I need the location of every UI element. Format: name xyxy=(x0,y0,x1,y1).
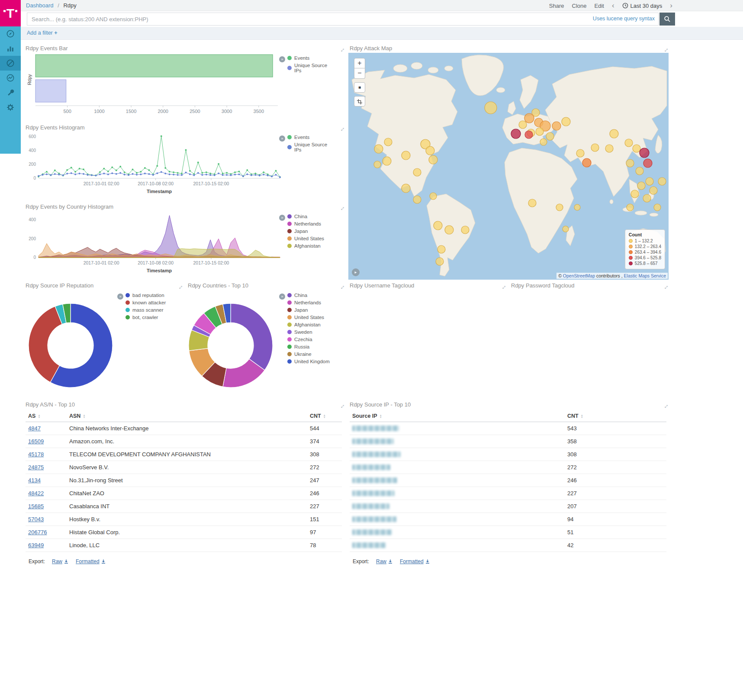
legend-item[interactable]: United States xyxy=(287,315,339,320)
attack-map-point[interactable] xyxy=(640,148,649,158)
donut-slice[interactable] xyxy=(231,303,273,370)
attack-map-point[interactable] xyxy=(605,145,613,152)
as-number-link[interactable]: 206776 xyxy=(28,529,47,535)
column-header[interactable]: CNT▲▼ xyxy=(565,410,666,422)
legend-item[interactable]: Afghanistan xyxy=(287,243,335,248)
as-number-link[interactable]: 63949 xyxy=(28,542,44,548)
attack-map-point[interactable] xyxy=(654,204,661,211)
attack-map-point[interactable] xyxy=(485,102,497,114)
attack-map-point[interactable] xyxy=(643,194,651,202)
legend-toggle[interactable]: » xyxy=(279,215,285,221)
sort-icon[interactable]: ▲▼ xyxy=(38,414,40,419)
time-picker-button[interactable]: Last 30 days xyxy=(622,3,663,9)
breadcrumb-dashboard-link[interactable]: Dashboard xyxy=(26,2,54,9)
attack-map-point[interactable] xyxy=(402,151,410,160)
attack-map-point[interactable] xyxy=(540,139,547,145)
as-number-link[interactable]: 48422 xyxy=(28,490,44,497)
sidebar-item-dev-tools[interactable] xyxy=(0,85,21,100)
zoom-out-button[interactable]: − xyxy=(354,68,365,79)
expand-icon[interactable]: ↔ xyxy=(661,45,670,54)
attack-map-point[interactable] xyxy=(562,117,570,126)
attack-map-point[interactable] xyxy=(402,184,410,193)
sort-icon[interactable]: ▲▼ xyxy=(581,414,583,419)
legend-item[interactable]: China xyxy=(287,214,335,219)
osm-link[interactable]: OpenStreetMap xyxy=(563,273,595,278)
attack-map-point[interactable] xyxy=(563,226,569,232)
attack-map-point[interactable] xyxy=(643,159,652,168)
attack-map-point[interactable] xyxy=(552,122,561,130)
attack-map-point[interactable] xyxy=(445,226,454,234)
attack-map-point[interactable] xyxy=(413,168,421,176)
as-number-link[interactable]: 15685 xyxy=(28,503,44,510)
attack-map-point[interactable] xyxy=(437,245,445,253)
zoom-in-button[interactable]: + xyxy=(354,58,365,68)
attack-map-point[interactable] xyxy=(383,157,391,165)
attack-map-point[interactable] xyxy=(524,113,534,123)
as-number-link[interactable]: 45178 xyxy=(28,451,44,458)
attack-map-point[interactable] xyxy=(582,158,591,167)
attack-map-point[interactable] xyxy=(633,145,640,152)
sidebar-item-visualize[interactable] xyxy=(0,41,21,56)
as-number-link[interactable]: 16509 xyxy=(28,438,44,445)
search-input[interactable] xyxy=(27,13,659,26)
legend-item[interactable]: Japan xyxy=(287,307,339,313)
legend-item[interactable]: Unique Source IPs xyxy=(287,142,335,152)
sidebar-item-timelion[interactable] xyxy=(0,71,21,85)
time-forward-button[interactable]: › xyxy=(670,0,672,11)
attack-map-panel[interactable]: + − ■ Count 1 – 132.2132.2 – 263.4263.4 … xyxy=(348,53,669,280)
attack-map-point[interactable] xyxy=(374,145,383,153)
expand-icon[interactable]: ↔ xyxy=(337,45,346,54)
column-header[interactable]: AS▲▼ xyxy=(26,410,67,422)
expand-icon[interactable]: ↔ xyxy=(661,401,670,410)
fit-extent-button[interactable]: ■ xyxy=(354,82,365,93)
edit-button[interactable]: Edit xyxy=(595,3,604,9)
as-number-link[interactable]: 57043 xyxy=(28,516,44,523)
attack-map-point[interactable] xyxy=(413,196,421,203)
attack-map-point[interactable] xyxy=(646,177,653,185)
as-number-link[interactable]: 4847 xyxy=(28,425,41,432)
legend-toggle[interactable]: » xyxy=(279,56,285,62)
legend-item[interactable]: Events xyxy=(287,55,335,61)
attack-map-point[interactable] xyxy=(519,121,527,129)
attack-map-point[interactable] xyxy=(511,129,521,139)
attack-map-point[interactable] xyxy=(430,193,437,200)
draw-filter-button[interactable] xyxy=(354,96,365,106)
column-header[interactable]: CNT▲▼ xyxy=(307,410,342,422)
lucene-syntax-link[interactable]: Uses lucene query syntax xyxy=(581,16,655,22)
expand-icon[interactable]: ↔ xyxy=(661,282,670,291)
export-formatted-link[interactable]: Formatted xyxy=(400,558,430,565)
as-number-link[interactable]: 4134 xyxy=(28,477,41,484)
tmobile-logo[interactable]: T xyxy=(0,0,21,26)
legend-item[interactable]: known attacker xyxy=(125,300,177,305)
expand-icon[interactable]: ↔ xyxy=(337,203,346,212)
attack-map-point[interactable] xyxy=(626,159,634,167)
legend-item[interactable]: Ukraine xyxy=(287,352,339,357)
attack-map-point[interactable] xyxy=(434,221,442,230)
expand-icon[interactable]: ↔ xyxy=(337,124,346,133)
expand-icon[interactable]: ↔ xyxy=(337,282,346,291)
legend-item[interactable]: China xyxy=(287,293,339,298)
export-formatted-link[interactable]: Formatted xyxy=(76,558,106,565)
sort-icon[interactable]: ▲▼ xyxy=(323,414,326,419)
legend-item[interactable]: Japan xyxy=(287,229,335,234)
legend-toggle[interactable]: » xyxy=(279,294,285,300)
legend-item[interactable]: Czechia xyxy=(287,337,339,342)
expand-icon[interactable]: ↔ xyxy=(499,282,508,291)
expand-icon[interactable]: ↔ xyxy=(175,282,184,291)
attack-map-point[interactable] xyxy=(610,129,618,138)
column-header[interactable]: Source IP▲▼ xyxy=(350,410,565,422)
legend-item[interactable]: mass scanner xyxy=(125,307,177,313)
expand-icon[interactable]: ↔ xyxy=(337,401,346,410)
legend-item[interactable]: Afghanistan xyxy=(287,322,339,327)
time-back-button[interactable]: ‹ xyxy=(612,0,614,11)
attack-map-point[interactable] xyxy=(384,138,392,146)
legend-item[interactable]: Russia xyxy=(287,344,339,349)
ems-link[interactable]: Elastic Maps Service xyxy=(624,273,666,278)
legend-item[interactable]: Netherlands xyxy=(287,221,335,226)
attack-map-point[interactable] xyxy=(591,144,599,152)
legend-item[interactable]: bot, crawler xyxy=(125,315,177,320)
attack-map-point[interactable] xyxy=(631,190,639,198)
attack-map-point[interactable] xyxy=(556,204,563,211)
clone-button[interactable]: Clone xyxy=(572,3,587,9)
attack-map-point[interactable] xyxy=(546,132,554,140)
